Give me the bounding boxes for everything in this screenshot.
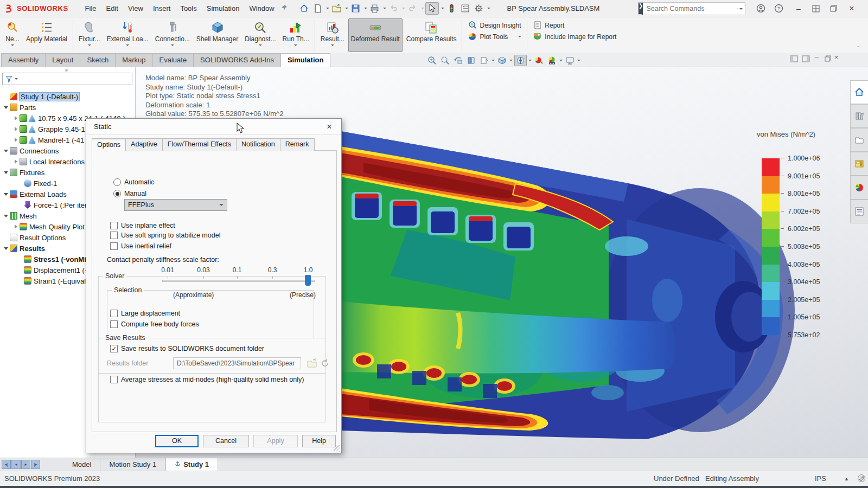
- pane-left-icon[interactable]: [790, 55, 798, 64]
- units-caret-icon[interactable]: ▲: [844, 476, 849, 481]
- new-study-caret[interactable]: [11, 44, 14, 46]
- results-caret[interactable]: [331, 44, 334, 46]
- appearance-caret[interactable]: [559, 60, 563, 61]
- dialog-resize-grip[interactable]: [334, 445, 340, 452]
- search-input[interactable]: [643, 5, 737, 12]
- tab-sketch[interactable]: Sketch: [80, 53, 116, 67]
- expander-icon[interactable]: [2, 193, 10, 196]
- taskpane-home-tab[interactable]: [850, 80, 868, 104]
- search-commands-box[interactable]: ❯_: [638, 2, 745, 15]
- plot-tools-button[interactable]: Plot Tools: [468, 32, 521, 41]
- large-displacement-checkbox[interactable]: Large displacement: [110, 310, 180, 317]
- tag-icon[interactable]: [857, 474, 866, 484]
- solver-select-caret[interactable]: [219, 204, 224, 206]
- radio-circle[interactable]: [113, 178, 121, 186]
- slider-handle[interactable]: [305, 275, 311, 286]
- scroll-prev-button[interactable]: ◂: [11, 460, 21, 469]
- checkbox[interactable]: [110, 242, 118, 250]
- menu-view[interactable]: View: [123, 4, 148, 12]
- taskpane-file-explorer-tab[interactable]: [850, 128, 868, 152]
- ok-button[interactable]: OK: [155, 435, 199, 447]
- view-orientation-icon[interactable]: [496, 55, 508, 66]
- section-view-icon[interactable]: [465, 55, 477, 66]
- connections-advisor-button[interactable]: Connectio...: [152, 18, 193, 52]
- automatic-radio[interactable]: Automatic: [113, 178, 155, 186]
- search-icon[interactable]: [737, 5, 738, 12]
- cancel-button[interactable]: Cancel: [203, 435, 249, 447]
- view-settings-icon[interactable]: [564, 55, 576, 66]
- annotation-view-icon[interactable]: [478, 55, 490, 66]
- viewport-restore-icon[interactable]: [825, 55, 831, 63]
- menu-insert[interactable]: Insert: [148, 4, 176, 12]
- dialog-close-icon[interactable]: ×: [323, 120, 336, 133]
- ribbon-collapse-chevron[interactable]: ˆ: [857, 46, 859, 52]
- average-stresses-checkbox[interactable]: Average stresses at mid-nodes (high-qual…: [110, 376, 304, 383]
- dialog-title-bar[interactable]: Static ×: [86, 119, 341, 135]
- checkbox-checked[interactable]: ✓: [110, 345, 118, 352]
- open-caret[interactable]: [345, 8, 348, 9]
- zoom-fit-icon[interactable]: [426, 55, 438, 66]
- external-loads-caret[interactable]: [126, 44, 129, 46]
- expander-icon[interactable]: [2, 247, 10, 250]
- taskpane-view-palette-tab[interactable]: [850, 152, 868, 176]
- pane-right-icon[interactable]: [802, 55, 810, 64]
- menu-simulation[interactable]: Simulation: [202, 4, 245, 12]
- viewport-close-icon[interactable]: ×: [834, 53, 839, 61]
- fixtures-advisor-button[interactable]: Fixtur...: [76, 18, 103, 52]
- tree-item-study[interactable]: Study 1 (-Default-): [0, 91, 136, 102]
- new-document-button[interactable]: [311, 3, 324, 14]
- open-button[interactable]: [330, 3, 343, 14]
- taskpane-custom-properties-tab[interactable]: [850, 200, 868, 223]
- solver-select[interactable]: FFEPlus: [124, 199, 227, 211]
- restore-button[interactable]: [826, 0, 841, 17]
- tab-solidworks-add-ins[interactable]: SOLIDWORKS Add-Ins: [193, 53, 281, 67]
- units-selector[interactable]: IPS: [815, 474, 826, 483]
- radio-circle[interactable]: [113, 190, 121, 197]
- tree-filter-box[interactable]: [2, 73, 132, 85]
- tab-notification[interactable]: Notification: [236, 138, 280, 151]
- view-settings-caret[interactable]: [577, 60, 580, 61]
- results-advisor-button[interactable]: Result...: [318, 18, 347, 52]
- scroll-first-button[interactable]: ◂|: [2, 460, 11, 469]
- pin-menu-icon[interactable]: [280, 4, 288, 13]
- save-caret[interactable]: [364, 8, 367, 9]
- minimize-button[interactable]: –: [791, 0, 806, 17]
- display-style-icon[interactable]: [514, 55, 527, 66]
- deformed-result-button[interactable]: Deformed Result: [348, 18, 403, 52]
- menu-window[interactable]: Window: [244, 4, 279, 12]
- expander-icon[interactable]: [12, 159, 20, 164]
- manual-radio[interactable]: Manual: [113, 190, 146, 197]
- expander-icon[interactable]: [2, 150, 10, 152]
- save-button[interactable]: [349, 3, 362, 14]
- account-icon[interactable]: [753, 0, 768, 17]
- model-tab[interactable]: Model: [63, 458, 100, 471]
- expander-icon[interactable]: [2, 171, 10, 174]
- menu-tools[interactable]: Tools: [175, 4, 201, 12]
- edit-appearance-icon[interactable]: [546, 55, 558, 66]
- viewport-minimize-icon[interactable]: –: [815, 53, 819, 61]
- help-button[interactable]: Help: [302, 435, 336, 447]
- zoom-area-icon[interactable]: [439, 55, 451, 66]
- use-soft-spring-checkbox[interactable]: Use soft spring to stabilize model: [110, 232, 220, 239]
- tab-options[interactable]: Options: [92, 138, 126, 151]
- apply-material-button[interactable]: Apply Material: [23, 18, 70, 52]
- display-style-caret[interactable]: [528, 60, 532, 61]
- diagnostics-caret[interactable]: [259, 44, 262, 46]
- run-caret[interactable]: [294, 44, 297, 46]
- tab-remark[interactable]: Remark: [280, 138, 315, 151]
- slider-track[interactable]: [162, 280, 315, 282]
- previous-view-icon[interactable]: [452, 55, 464, 66]
- tab-layout[interactable]: Layout: [45, 53, 80, 67]
- expander-icon[interactable]: [2, 215, 10, 217]
- print-caret[interactable]: [383, 8, 386, 9]
- fixtures-caret[interactable]: [88, 44, 91, 46]
- report-button[interactable]: Report: [533, 21, 616, 30]
- taskpane-appearances-tab[interactable]: [850, 176, 868, 200]
- shell-manager-button[interactable]: Shell Manager: [194, 18, 241, 52]
- taskpane-design-library-tab[interactable]: [850, 104, 868, 128]
- checkbox[interactable]: [110, 232, 118, 239]
- tab-adaptive[interactable]: Adaptive: [125, 138, 163, 151]
- print-button[interactable]: [368, 3, 381, 14]
- expander-icon[interactable]: [12, 116, 20, 120]
- use-inertial-relief-checkbox[interactable]: Use inertial relief: [110, 242, 171, 250]
